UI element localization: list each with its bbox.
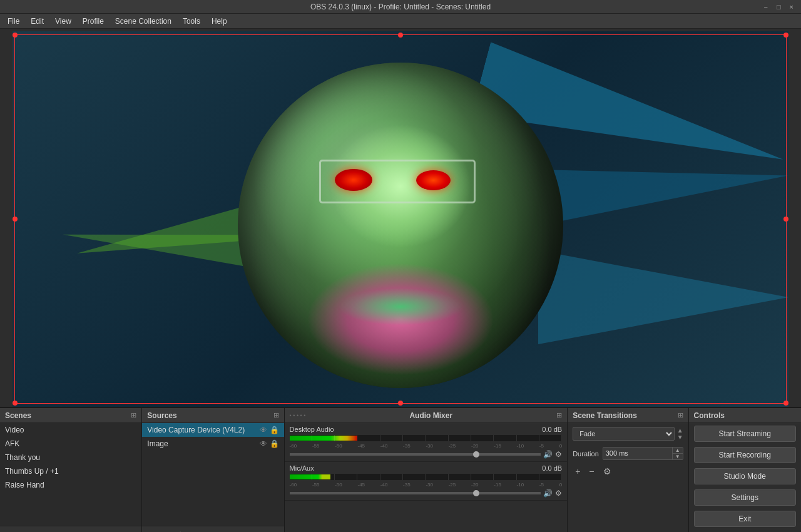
- transitions-add-button[interactable]: +: [573, 465, 583, 478]
- mic-aux-controls: 🔊 ⚙: [290, 489, 563, 498]
- source-label-videocapture: Video Capture Device (V4L2): [147, 426, 245, 434]
- scenes-down-button[interactable]: ∨: [46, 529, 58, 533]
- sources-remove-button[interactable]: −: [160, 529, 170, 533]
- audio-mixer-expand-icon[interactable]: ⊞: [556, 411, 562, 419]
- handle-ml[interactable]: [13, 217, 18, 222]
- window-title: OBS 24.0.3 (linux) - Profile: Untitled -…: [310, 3, 491, 11]
- duration-up-arrow[interactable]: ▲: [673, 448, 683, 454]
- scene-item-afk[interactable]: AFK: [0, 437, 141, 451]
- webcam-preview: [238, 63, 563, 388]
- handle-tc[interactable]: [398, 33, 403, 38]
- audio-mixer-title: Audio Mixer: [409, 411, 452, 420]
- desktop-meter-grid: [290, 435, 563, 441]
- scene-transitions-panel: Scene Transitions ⊞ Fade ▲ ▼ Duration 30…: [568, 408, 688, 532]
- scenes-remove-button[interactable]: −: [18, 529, 28, 533]
- sources-down-button[interactable]: ∨: [206, 529, 217, 533]
- transition-up-arrow[interactable]: ▲: [677, 427, 683, 434]
- source-item-videocapture[interactable]: Video Capture Device (V4L2) 👁 🔒: [142, 423, 283, 437]
- mic-aux-label: Mic/Aux: [290, 464, 314, 472]
- scenes-expand-icon[interactable]: ⊞: [131, 411, 136, 419]
- scene-item-raisehand[interactable]: Raise Hand: [0, 478, 141, 492]
- source-item-image[interactable]: Image 👁 🔒: [142, 437, 283, 451]
- sources-expand-icon[interactable]: ⊞: [273, 411, 279, 419]
- scene-item-video[interactable]: Video: [0, 423, 141, 437]
- transitions-settings-button[interactable]: ⚙: [601, 465, 614, 478]
- minimize-button[interactable]: −: [761, 3, 770, 11]
- scenes-toolbar: + − ∧ ∨: [0, 526, 141, 532]
- handle-mr[interactable]: [783, 217, 788, 222]
- mic-settings-icon[interactable]: ⚙: [555, 489, 562, 498]
- source-lock-icon[interactable]: 🔒: [270, 426, 279, 434]
- scene-item-thumbsup[interactable]: Thumbs Up / +1: [0, 464, 141, 478]
- handle-bc[interactable]: [398, 401, 403, 406]
- source-eye-icon-img[interactable]: 👁: [260, 439, 267, 448]
- mic-meter-labels: -60-55-50 -45-40-35 -30-25-20 -15-10-5 0: [290, 482, 563, 488]
- source-eye-icon[interactable]: 👁: [260, 426, 267, 434]
- source-lock-icon-img[interactable]: 🔒: [270, 439, 279, 448]
- controls-title: Controls: [694, 411, 725, 420]
- close-button[interactable]: ×: [787, 3, 796, 11]
- sources-title: Sources: [147, 411, 176, 420]
- source-icons-image: 👁 🔒: [260, 439, 279, 448]
- settings-button[interactable]: Settings: [694, 489, 796, 506]
- desktop-audio-channel: Desktop Audio 0.0 dB -60-55-50 -45-40-35…: [285, 423, 568, 462]
- handle-tr[interactable]: [783, 33, 788, 38]
- audio-mixer-panel: • • • • • Audio Mixer ⊞ Desktop Audio 0.…: [285, 408, 568, 532]
- mic-aux-header: Mic/Aux 0.0 dB: [290, 464, 563, 472]
- sources-list: Video Capture Device (V4L2) 👁 🔒 Image 👁 …: [142, 423, 283, 526]
- scenes-panel-header: Scenes ⊞: [0, 408, 141, 423]
- duration-value[interactable]: 300 ms: [603, 448, 672, 459]
- duration-row: Duration 300 ms ▲ ▼: [568, 444, 688, 463]
- ray-teal-3: [538, 250, 788, 344]
- desktop-mute-icon[interactable]: 🔊: [543, 450, 553, 459]
- mic-aux-meter: [290, 474, 563, 480]
- controls-panel: Controls Start Streaming Start Recording…: [689, 408, 801, 532]
- sources-up-button[interactable]: ∧: [191, 529, 202, 533]
- transition-arrows: ▲ ▼: [677, 427, 683, 441]
- sources-add-button[interactable]: +: [146, 529, 156, 533]
- scenes-panel: Scenes ⊞ Video AFK Thank you Thumbs Up /…: [0, 408, 142, 532]
- scenes-up-button[interactable]: ∧: [31, 529, 43, 533]
- window-controls: − □ ×: [761, 3, 796, 11]
- scenes-add-button[interactable]: +: [4, 529, 14, 533]
- transition-select[interactable]: Fade: [573, 427, 674, 441]
- duration-down-arrow[interactable]: ▼: [673, 454, 683, 459]
- mic-aux-channel: Mic/Aux 0.0 dB -60-55-50 -45-40-35 -30-2…: [285, 462, 568, 501]
- menu-tools[interactable]: Tools: [178, 16, 205, 27]
- transitions-title: Scene Transitions: [573, 411, 637, 420]
- handle-br[interactable]: [783, 401, 788, 406]
- mic-mute-icon[interactable]: 🔊: [543, 489, 553, 498]
- titlebar: OBS 24.0.3 (linux) - Profile: Untitled -…: [0, 0, 801, 14]
- menu-file[interactable]: File: [3, 16, 24, 27]
- bottom-glow: [338, 288, 463, 325]
- sources-settings-button[interactable]: ⚙: [174, 529, 187, 533]
- studio-mode-button[interactable]: Studio Mode: [694, 468, 796, 484]
- mic-aux-db: 0.0 dB: [542, 464, 562, 472]
- glasses: [319, 160, 476, 203]
- transitions-header: Scene Transitions ⊞: [568, 408, 688, 423]
- menu-profile[interactable]: Profile: [78, 16, 109, 27]
- transitions-toolbar: + − ⚙: [568, 463, 688, 480]
- preview-container: [13, 31, 788, 407]
- desktop-volume-slider[interactable]: [290, 453, 541, 456]
- desktop-settings-icon[interactable]: ⚙: [555, 450, 562, 459]
- handle-tl[interactable]: [13, 33, 18, 38]
- maximize-button[interactable]: □: [774, 3, 783, 11]
- scene-item-thankyou[interactable]: Thank you: [0, 451, 141, 464]
- menu-view[interactable]: View: [50, 16, 76, 27]
- source-icons-videocapture: 👁 🔒: [260, 426, 279, 434]
- start-streaming-button[interactable]: Start Streaming: [694, 426, 796, 442]
- mic-meter-grid: [290, 474, 563, 480]
- mic-volume-slider[interactable]: [290, 492, 541, 494]
- handle-bl[interactable]: [13, 401, 18, 406]
- duration-label: Duration: [573, 450, 599, 458]
- menu-edit[interactable]: Edit: [26, 16, 49, 27]
- transitions-expand-icon[interactable]: ⊞: [678, 411, 683, 419]
- menu-help[interactable]: Help: [207, 16, 232, 27]
- menu-scene-collection[interactable]: Scene Collection: [110, 16, 176, 27]
- start-recording-button[interactable]: Start Recording: [694, 447, 796, 463]
- audio-mixer-header: • • • • • Audio Mixer ⊞: [285, 408, 568, 423]
- transition-down-arrow[interactable]: ▼: [677, 434, 683, 441]
- transitions-remove-button[interactable]: −: [586, 465, 596, 478]
- exit-button[interactable]: Exit: [694, 511, 796, 527]
